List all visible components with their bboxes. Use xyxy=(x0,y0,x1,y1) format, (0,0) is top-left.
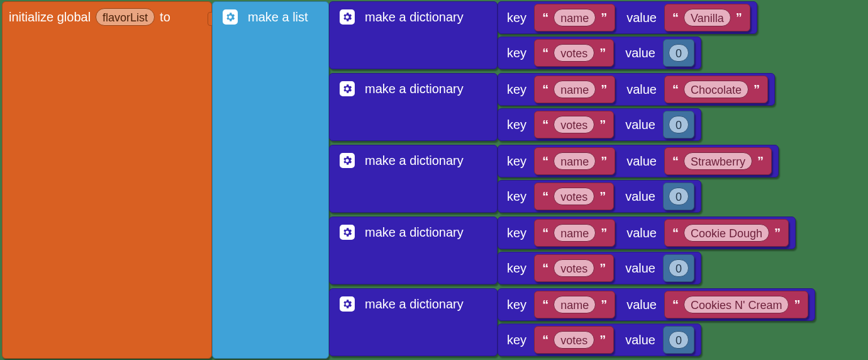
row-key-value-votes[interactable]: key“votes”value0 xyxy=(498,37,701,69)
label-initialize: initialize global xyxy=(9,10,91,25)
label-key: key xyxy=(507,226,526,240)
label-key: key xyxy=(507,298,526,312)
text-value[interactable]: votes xyxy=(554,188,594,205)
quote-open: “ xyxy=(540,298,551,312)
literal-key-text[interactable]: “votes” xyxy=(534,254,614,282)
quote-close: ” xyxy=(597,118,608,132)
quote-close: ” xyxy=(755,154,766,169)
label-key: key xyxy=(507,46,526,60)
text-value[interactable]: name xyxy=(554,152,596,170)
block-make-a-dictionary[interactable]: make a dictionary xyxy=(329,1,498,69)
quote-open: “ xyxy=(540,226,551,240)
text-value[interactable]: votes xyxy=(554,44,594,62)
literal-value-text[interactable]: “Strawberry” xyxy=(664,147,772,175)
block-initialize-global[interactable]: initialize global flavorList to xyxy=(2,1,212,359)
text-value[interactable]: name xyxy=(554,296,596,313)
number-value[interactable]: 0 xyxy=(669,44,689,62)
label-value: value xyxy=(625,333,655,347)
literal-key-text[interactable]: “votes” xyxy=(534,183,614,210)
text-value[interactable]: votes xyxy=(554,259,594,277)
label-make-a-list: make a list xyxy=(248,10,308,25)
label-value: value xyxy=(626,82,657,97)
literal-value-text[interactable]: “Vanilla” xyxy=(664,4,750,31)
var-name-pill[interactable]: flavorList xyxy=(96,8,155,26)
label-to: to xyxy=(160,10,170,25)
literal-key-text[interactable]: “votes” xyxy=(534,111,614,138)
text-value[interactable]: Chocolate xyxy=(684,81,748,98)
text-value[interactable]: Cookies N' Cream xyxy=(684,296,789,313)
label-value: value xyxy=(625,189,655,204)
quote-open: “ xyxy=(540,261,551,276)
literal-key-text[interactable]: “name” xyxy=(534,76,615,103)
number-value[interactable]: 0 xyxy=(669,331,689,349)
row-key-value-name[interactable]: key“name”value“Strawberry” xyxy=(498,145,779,177)
label-key: key xyxy=(507,11,526,25)
literal-key-text[interactable]: “name” xyxy=(534,4,615,31)
text-value[interactable]: name xyxy=(554,224,596,242)
literal-value-number[interactable]: 0 xyxy=(663,39,694,67)
quote-open: “ xyxy=(670,154,681,169)
block-make-a-dictionary[interactable]: make a dictionary xyxy=(329,73,498,141)
row-key-value-name[interactable]: key“name”value“Vanilla” xyxy=(498,1,757,34)
label-key: key xyxy=(507,82,526,97)
quote-close: ” xyxy=(791,298,803,312)
number-value[interactable]: 0 xyxy=(669,116,689,133)
label-key: key xyxy=(507,154,526,169)
row-key-value-name[interactable]: key“name”value“Chocolate” xyxy=(498,73,775,106)
gear-icon[interactable] xyxy=(338,223,356,241)
quote-close: ” xyxy=(598,154,609,169)
quote-close: ” xyxy=(597,189,608,204)
quote-close: ” xyxy=(598,226,609,240)
block-make-a-dictionary[interactable]: make a dictionary xyxy=(329,288,498,356)
quote-close: ” xyxy=(597,46,608,60)
row-key-value-name[interactable]: key“name”value“Cookie Dough” xyxy=(498,217,796,249)
text-value[interactable]: name xyxy=(554,81,596,98)
text-value[interactable]: votes xyxy=(554,116,594,133)
block-make-a-dictionary[interactable]: make a dictionary xyxy=(329,145,498,213)
row-key-value-votes[interactable]: key“votes”value0 xyxy=(498,108,701,141)
label-key: key xyxy=(507,261,526,276)
row-key-value-votes[interactable]: key“votes”value0 xyxy=(498,323,701,356)
gear-icon[interactable] xyxy=(338,80,356,98)
row-key-value-name[interactable]: key“name”value“Cookies N' Cream” xyxy=(498,288,815,321)
text-value[interactable]: name xyxy=(554,9,596,26)
literal-value-text[interactable]: “Cookies N' Cream” xyxy=(664,291,808,318)
literal-value-number[interactable]: 0 xyxy=(663,326,694,354)
gear-icon[interactable] xyxy=(338,152,356,169)
gear-icon[interactable] xyxy=(338,295,356,313)
text-value[interactable]: votes xyxy=(554,331,594,349)
row-key-value-votes[interactable]: key“votes”value0 xyxy=(498,252,701,284)
number-value[interactable]: 0 xyxy=(669,188,689,205)
row-key-value-votes[interactable]: key“votes”value0 xyxy=(498,180,701,213)
label-value: value xyxy=(626,226,657,240)
text-value[interactable]: Strawberry xyxy=(684,152,752,170)
quote-open: “ xyxy=(540,11,551,25)
quote-close: ” xyxy=(733,11,745,25)
quote-close: ” xyxy=(598,82,609,97)
quote-open: “ xyxy=(540,333,551,347)
quote-open: “ xyxy=(540,118,551,132)
label-value: value xyxy=(626,298,657,312)
number-value[interactable]: 0 xyxy=(669,259,689,277)
quote-close: ” xyxy=(751,82,762,97)
label-key: key xyxy=(507,118,526,132)
literal-key-text[interactable]: “name” xyxy=(534,219,615,247)
literal-value-text[interactable]: “Chocolate” xyxy=(664,76,768,103)
text-value[interactable]: Cookie Dough xyxy=(684,224,769,242)
text-value[interactable]: Vanilla xyxy=(684,9,731,26)
label-make-a-dictionary: make a dictionary xyxy=(365,10,464,25)
literal-key-text[interactable]: “votes” xyxy=(534,326,614,354)
literal-value-number[interactable]: 0 xyxy=(663,254,694,282)
gear-icon[interactable] xyxy=(338,8,356,26)
quote-open: “ xyxy=(540,82,551,97)
literal-value-number[interactable]: 0 xyxy=(663,183,694,210)
literal-key-text[interactable]: “name” xyxy=(534,147,615,175)
block-make-a-dictionary[interactable]: make a dictionary xyxy=(329,217,498,284)
literal-key-text[interactable]: “name” xyxy=(534,291,615,318)
label-make-a-dictionary: make a dictionary xyxy=(365,225,464,240)
literal-value-number[interactable]: 0 xyxy=(663,111,694,138)
gear-icon[interactable] xyxy=(221,8,239,26)
block-make-a-list[interactable]: make a list xyxy=(212,1,329,359)
literal-key-text[interactable]: “votes” xyxy=(534,39,614,67)
literal-value-text[interactable]: “Cookie Dough” xyxy=(664,219,789,247)
